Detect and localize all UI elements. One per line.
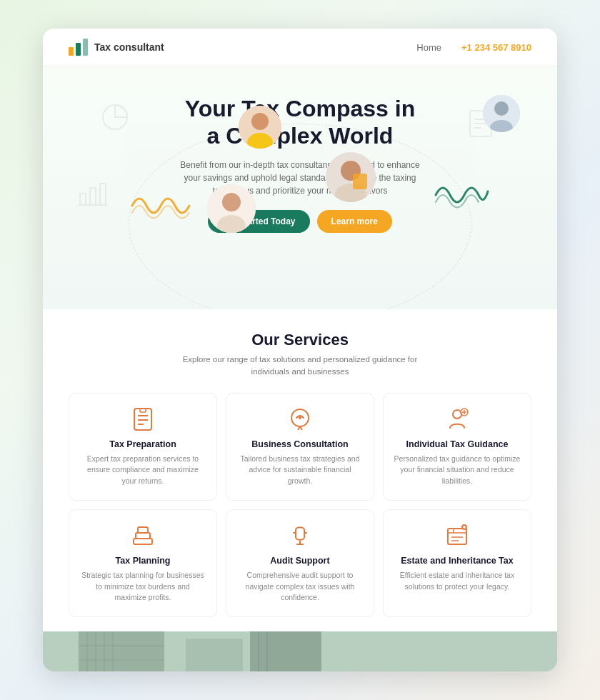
svg-rect-0 xyxy=(69,47,74,56)
svg-rect-61 xyxy=(250,631,321,671)
service-desc-4: Strategic tax planning for businesses to… xyxy=(79,570,206,604)
document-deco xyxy=(469,109,493,144)
svg-point-34 xyxy=(453,410,461,419)
service-card-tax-planning: Tax Planning Strategic tax planning for … xyxy=(69,509,217,617)
service-card-audit-support: Audit Support Comprehensive audit suppor… xyxy=(226,509,374,617)
squiggle-right xyxy=(432,177,489,213)
nav-right: Home +1 234 567 8910 xyxy=(416,42,531,53)
service-desc-6: Efficient estate and inheritance tax sol… xyxy=(394,570,521,593)
service-desc-3: Personalized tax guidance to optimize yo… xyxy=(394,454,521,487)
nav-phone: +1 234 567 8910 xyxy=(461,42,531,53)
service-desc-2: Tailored business tax strategies and adv… xyxy=(236,454,364,487)
service-card-individual-tax: Individual Tax Guidance Personalized tax… xyxy=(383,393,531,501)
svg-rect-6 xyxy=(100,184,106,205)
nav-home-link[interactable]: Home xyxy=(416,42,441,53)
svg-point-33 xyxy=(299,416,301,419)
svg-rect-39 xyxy=(136,533,150,539)
service-name-2: Business Consultation xyxy=(236,439,364,449)
service-name-4: Tax Planning xyxy=(79,556,206,566)
audit-support-icon xyxy=(287,523,313,549)
logo-text: Tax consultant xyxy=(94,41,164,53)
svg-rect-29 xyxy=(140,409,146,412)
service-card-tax-preparation: Tax Preparation Expert tax preparation s… xyxy=(69,393,217,501)
svg-rect-60 xyxy=(186,639,243,671)
service-desc-1: Expert tax preparation services to ensur… xyxy=(79,454,206,487)
hero-section: Your Tax Compass in a Complex World Bene… xyxy=(43,66,557,309)
svg-rect-38 xyxy=(134,539,152,544)
service-name-6: Estate and Inheritance Tax xyxy=(394,556,521,566)
svg-rect-43 xyxy=(448,529,466,544)
service-name-5: Audit Support xyxy=(236,556,364,566)
tax-preparation-icon xyxy=(130,406,156,432)
pie-chart-deco xyxy=(100,102,130,139)
svg-rect-5 xyxy=(90,188,96,205)
discover-section: Discover Our Story xyxy=(43,631,557,671)
services-grid: Tax Preparation Expert tax preparation s… xyxy=(69,393,531,618)
logo-area: Tax consultant xyxy=(69,39,164,56)
discover-image xyxy=(43,631,557,671)
browser-window: Tax consultant Home +1 234 567 8910 xyxy=(43,29,557,671)
service-card-business-consultation: Business Consultation Tailored business … xyxy=(226,393,374,501)
svg-rect-4 xyxy=(80,194,86,205)
estate-tax-icon xyxy=(444,523,470,549)
individual-tax-icon xyxy=(444,406,470,432)
service-name-1: Tax Preparation xyxy=(79,439,206,449)
squiggle-left xyxy=(129,188,193,224)
service-desc-5: Comprehensive audit support to navigate … xyxy=(236,570,364,604)
tax-planning-icon xyxy=(130,523,156,549)
navbar: Tax consultant Home +1 234 567 8910 xyxy=(43,29,557,66)
bar-chart-deco xyxy=(79,181,107,213)
svg-rect-40 xyxy=(138,527,148,533)
logo-icon xyxy=(69,39,89,56)
services-section: Our Services Explore our range of tax so… xyxy=(43,309,557,631)
svg-rect-2 xyxy=(83,39,88,56)
svg-line-32 xyxy=(300,426,302,430)
service-card-estate-tax: Estate and Inheritance Tax Efficient est… xyxy=(383,509,531,617)
service-name-3: Individual Tax Guidance xyxy=(394,439,521,449)
svg-rect-1 xyxy=(76,43,81,56)
business-consultation-icon xyxy=(287,406,313,432)
svg-rect-52 xyxy=(79,631,164,671)
services-subtitle: Explore our range of tax solutions and p… xyxy=(179,354,421,379)
services-title: Our Services xyxy=(69,331,531,349)
